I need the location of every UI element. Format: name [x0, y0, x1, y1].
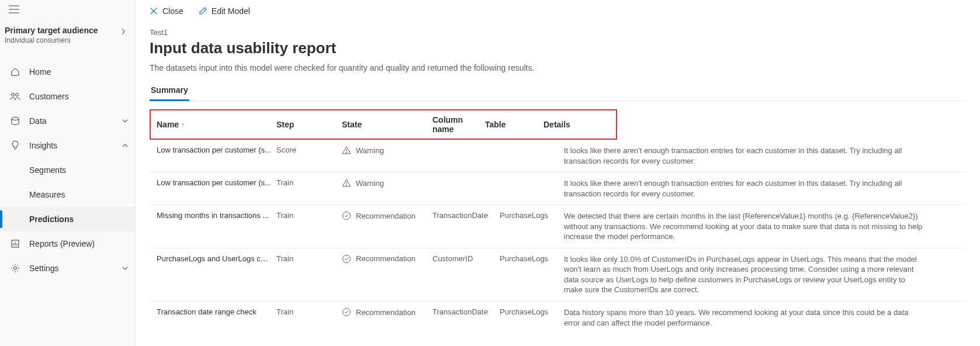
cell-name: Missing months in transactions ...	[157, 211, 276, 220]
sidebar-item-reports[interactable]: Reports (Preview)	[0, 231, 135, 256]
cell-step: Score	[276, 146, 342, 154]
sidebar-item-predictions[interactable]: Predictions	[0, 207, 135, 231]
col-header-label: Step	[276, 120, 294, 129]
nav-label: Settings	[29, 264, 122, 273]
sidebar: Primary target audience Individual consu…	[0, 0, 136, 346]
audience-selector[interactable]: Primary target audience Individual consu…	[0, 19, 135, 49]
table-row[interactable]: Low transaction per customer (s...ScoreW…	[150, 140, 966, 172]
main: Close Edit Model Test1 Input data usabil…	[136, 0, 980, 346]
nav-label: Insights	[29, 141, 122, 150]
table-row[interactable]: Missing months in transactions ...TrainR…	[150, 205, 966, 248]
sidebar-item-home[interactable]: Home	[0, 60, 135, 84]
svg-point-5	[12, 117, 19, 120]
warning-icon	[342, 178, 351, 188]
cell-state-text: Recommendation	[356, 308, 415, 317]
sort-asc-icon: ↑	[181, 121, 185, 128]
col-header-column[interactable]: Column name	[432, 115, 485, 134]
command-bar: Close Edit Model	[136, 0, 980, 22]
cell-step: Train	[276, 178, 342, 187]
svg-point-4	[16, 94, 19, 96]
svg-point-18	[343, 212, 351, 220]
audience-title: Primary target audience	[5, 26, 98, 35]
cell-details: We detected that there are certain month…	[564, 211, 959, 242]
cell-state-text: Recommendation	[356, 254, 415, 263]
col-header-table[interactable]: Table	[485, 120, 543, 129]
svg-point-19	[343, 255, 351, 262]
col-header-label: State	[342, 120, 362, 129]
check-circle-icon	[342, 307, 351, 317]
nav-label: Measures	[29, 190, 65, 199]
col-header-step[interactable]: Step	[276, 120, 342, 129]
cell-name: Transaction date range check	[157, 307, 276, 316]
sidebar-item-customers[interactable]: Customers	[0, 84, 135, 109]
nav-label: Home	[29, 67, 128, 77]
edit-model-button[interactable]: Edit Model	[193, 4, 256, 18]
audience-subtitle: Individual consumers	[5, 36, 98, 44]
cell-name: Low transaction per customer (s...	[157, 178, 276, 187]
chevron-down-icon	[122, 119, 128, 123]
breadcrumb: Test1	[150, 28, 966, 37]
cell-step: Train	[276, 211, 342, 220]
page-subtitle: The datasets input into this model were …	[150, 63, 966, 72]
col-header-label: Details	[543, 120, 570, 129]
gear-icon	[9, 264, 21, 273]
cell-table: PurchaseLogs	[500, 307, 564, 316]
table-row[interactable]: PurchaseLogs and UserLogs cus...TrainRec…	[150, 248, 966, 302]
cell-state-text: Warning	[356, 146, 384, 155]
content: Test1 Input data usability report The da…	[136, 22, 980, 334]
cell-step: Train	[276, 254, 342, 263]
table-row[interactable]: Transaction date range checkTrainRecomme…	[150, 302, 966, 334]
nav-label: Segments	[29, 165, 66, 175]
close-label: Close	[162, 6, 183, 16]
table-row[interactable]: Low transaction per customer (s...TrainW…	[150, 172, 966, 205]
nav: Home Customers Data Insights	[0, 60, 135, 281]
cell-table: PurchaseLogs	[500, 254, 564, 263]
cell-table: PurchaseLogs	[500, 211, 564, 220]
svg-point-11	[14, 267, 17, 270]
svg-point-17	[346, 185, 347, 185]
cell-column: TransactionDate	[432, 211, 500, 220]
check-circle-icon	[342, 211, 351, 220]
col-header-details[interactable]: Details	[543, 120, 610, 129]
svg-point-3	[12, 94, 15, 96]
col-header-label: Table	[485, 120, 506, 129]
cell-state: Recommendation	[342, 211, 432, 220]
cell-details: It looks like there aren't enough transa…	[564, 178, 959, 199]
close-button[interactable]: Close	[144, 4, 189, 18]
cell-state: Warning	[342, 178, 432, 188]
cell-state-text: Warning	[356, 179, 384, 188]
nav-label: Data	[29, 116, 122, 126]
cell-step: Train	[276, 307, 342, 316]
nav-label: Predictions	[29, 214, 74, 224]
edit-model-label: Edit Model	[212, 6, 250, 16]
sidebar-item-settings[interactable]: Settings	[0, 256, 135, 281]
close-icon	[150, 7, 158, 15]
edit-icon	[199, 7, 207, 15]
col-header-label: Column name	[432, 115, 485, 134]
hamburger-menu[interactable]	[0, 0, 28, 19]
sidebar-item-data[interactable]: Data	[0, 109, 135, 133]
tabs: Summary	[150, 81, 966, 101]
insights-icon	[9, 140, 21, 151]
page-title: Input data usability report	[150, 39, 966, 57]
svg-point-20	[343, 309, 351, 316]
report-table: Name ↑ Step State Column name Table Deta…	[150, 109, 966, 334]
chevron-right-icon	[121, 26, 126, 35]
cell-state-text: Recommendation	[356, 212, 415, 220]
sidebar-item-segments[interactable]: Segments	[0, 158, 135, 182]
col-header-state[interactable]: State	[342, 120, 432, 129]
tab-label: Summary	[151, 85, 188, 95]
home-icon	[9, 67, 21, 77]
warning-icon	[342, 146, 351, 155]
cell-name: PurchaseLogs and UserLogs cus...	[157, 254, 276, 263]
col-header-name[interactable]: Name ↑	[157, 120, 276, 129]
sidebar-item-insights[interactable]: Insights	[0, 133, 135, 158]
tab-summary[interactable]: Summary	[150, 81, 189, 101]
cell-details: Data history spans more than 10 years. W…	[564, 307, 959, 328]
table-header-row: Name ↑ Step State Column name Table Deta…	[150, 109, 617, 140]
check-circle-icon	[342, 254, 351, 264]
sidebar-item-measures[interactable]: Measures	[0, 182, 135, 207]
svg-point-15	[346, 152, 347, 153]
table-body: Low transaction per customer (s...ScoreW…	[150, 140, 966, 334]
data-icon	[9, 116, 21, 126]
